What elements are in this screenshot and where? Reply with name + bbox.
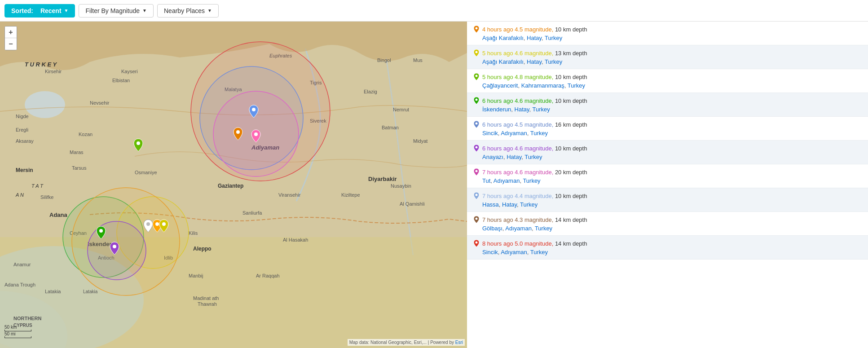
map-scale: 50 km 50 mi: [4, 325, 31, 338]
quake-item: 6 hours ago 4.6 magnitude, 10 km depth İ…: [467, 93, 868, 117]
quake-region-link[interactable]: Hatay: [527, 58, 542, 65]
nearby-places-label: Nearby Places: [164, 7, 205, 14]
quake-city-link[interactable]: Gölbaşı: [482, 225, 502, 232]
quake-depth: 14 km depth: [553, 216, 587, 223]
quake-region-link[interactable]: Hatay: [527, 35, 542, 41]
svg-text:Kiziltepe: Kiziltepe: [341, 192, 360, 198]
svg-point-73: [476, 27, 478, 30]
quake-city-link[interactable]: Tut: [482, 177, 490, 184]
quake-separator2: ,: [542, 58, 545, 65]
quake-region-link[interactable]: Hatay: [515, 106, 529, 113]
zoom-in-button[interactable]: +: [5, 26, 17, 38]
quake-time-magnitude-link[interactable]: 6 hours ago 4.6 magnitude,: [482, 145, 553, 152]
quake-item: 7 hours ago 4.6 magnitude, 20 km depth T…: [467, 164, 868, 188]
quake-header: 5 hours ago 4.8 magnitude, 10 km depth: [473, 73, 862, 81]
quake-time-magnitude-link[interactable]: 7 hours ago 4.3 magnitude,: [482, 216, 553, 223]
quake-item: 7 hours ago 4.4 magnitude, 10 km depth H…: [467, 188, 868, 212]
map-container[interactable]: T U R K E Y T A T A N Diyarbakir Gaziant…: [0, 22, 467, 348]
quake-city-link[interactable]: İskenderun: [482, 106, 511, 113]
svg-text:Kayseri: Kayseri: [121, 69, 138, 74]
quake-header: 7 hours ago 4.3 magnitude, 14 km depth: [473, 216, 862, 224]
quake-country-link[interactable]: Turkey: [535, 225, 552, 232]
svg-text:Gaziantep: Gaziantep: [218, 183, 243, 189]
nearby-places-button[interactable]: Nearby Places ▼: [157, 4, 219, 18]
svg-point-80: [476, 194, 478, 196]
quake-item: 5 hours ago 4.8 magnitude, 10 km depth Ç…: [467, 69, 868, 93]
quake-separator2: ,: [529, 106, 533, 113]
quake-city-link[interactable]: Sincik: [482, 249, 498, 255]
quake-time-magnitude-link[interactable]: 5 hours ago 4.8 magnitude,: [482, 74, 553, 80]
quake-country-link[interactable]: Turkey: [530, 249, 548, 255]
quake-location: Gölbaşı, Adıyaman, Turkey: [482, 225, 862, 232]
filter-caret-icon: ▼: [142, 8, 147, 13]
quake-country-link[interactable]: Turkey: [520, 201, 538, 208]
quake-region-link[interactable]: Adıyaman: [501, 249, 527, 255]
quake-depth: 10 km depth: [553, 97, 587, 104]
quake-time-magnitude-link[interactable]: 6 hours ago 4.5 magnitude,: [482, 121, 553, 128]
quake-country-link[interactable]: Turkey: [568, 82, 585, 89]
quake-location: Sincik, Adıyaman, Turkey: [482, 249, 862, 255]
quake-city-link[interactable]: Sincik: [482, 130, 498, 137]
svg-point-71: [162, 222, 166, 226]
quake-header: 4 hours ago 4.5 magnitude, 10 km depth: [473, 25, 862, 33]
quake-country-link[interactable]: Turkey: [530, 130, 548, 137]
filter-magnitude-button[interactable]: Filter By Magnitude ▼: [79, 4, 154, 18]
quake-depth: 10 km depth: [553, 74, 587, 80]
quake-time-magnitude-link[interactable]: 8 hours ago 5.0 magnitude,: [482, 240, 553, 247]
quake-city-link[interactable]: Aşağı Karafakılı: [482, 35, 524, 41]
quake-region-link[interactable]: Adıyaman: [501, 130, 527, 137]
quake-city-link[interactable]: Aşağı Karafakılı: [482, 58, 524, 65]
zoom-out-button[interactable]: −: [5, 38, 17, 50]
quake-time-magnitude-link[interactable]: 5 hours ago 4.6 magnitude,: [482, 50, 553, 57]
svg-text:Aleppo: Aleppo: [193, 246, 211, 252]
pin-icon: [473, 120, 480, 128]
quake-time-magnitude-link[interactable]: 6 hours ago 4.6 magnitude,: [482, 97, 553, 104]
scale-km-label: 50 km: [4, 325, 31, 330]
quake-city-link[interactable]: Çağlayancerit: [482, 82, 518, 89]
quake-country-link[interactable]: Turkey: [523, 177, 540, 184]
sorted-button[interactable]: Sorted: Recent ▼: [4, 4, 75, 18]
scale-mi-label: 50 mi: [4, 331, 31, 336]
svg-text:Silifke: Silifke: [40, 194, 53, 200]
pin-icon: [473, 25, 480, 33]
svg-text:Kirsehir: Kirsehir: [45, 69, 62, 74]
attribution-text: Map data: National Geographic, Esri,... …: [349, 340, 455, 345]
quake-time-magnitude-link[interactable]: 7 hours ago 4.4 magnitude,: [482, 193, 553, 199]
esri-link[interactable]: Esri: [455, 340, 463, 345]
quake-country-link[interactable]: Turkey: [533, 106, 550, 113]
quake-depth: 10 km depth: [553, 145, 587, 152]
quake-location: Tut, Adıyaman, Turkey: [482, 177, 862, 184]
svg-point-79: [476, 170, 478, 172]
svg-text:Al Qamishli: Al Qamishli: [400, 201, 425, 207]
svg-text:Thawrah: Thawrah: [198, 301, 217, 307]
svg-text:Mersin: Mersin: [16, 167, 33, 173]
svg-text:Madinat ath: Madinat ath: [193, 295, 219, 301]
quake-city-link[interactable]: Anayazı: [482, 154, 503, 160]
quake-country-link[interactable]: Turkey: [524, 154, 542, 160]
svg-point-64: [252, 108, 256, 111]
quake-region-link[interactable]: Hatay: [502, 201, 517, 208]
quake-city-link[interactable]: Hassa: [482, 201, 499, 208]
quake-header: 5 hours ago 4.6 magnitude, 13 km depth: [473, 49, 862, 57]
quake-region-link[interactable]: Adıyaman: [505, 225, 532, 232]
quake-region-link[interactable]: Kahramanmaraş: [521, 82, 564, 89]
svg-text:Nusaybin: Nusaybin: [391, 183, 411, 189]
svg-text:Latakia: Latakia: [83, 289, 98, 294]
quake-time-magnitude-link[interactable]: 4 hours ago 4.5 magnitude,: [482, 26, 553, 33]
quake-separator2: ,: [532, 225, 535, 232]
svg-text:Adana: Adana: [49, 211, 68, 218]
quake-region-link[interactable]: Adıyaman: [493, 177, 520, 184]
quake-time-magnitude-link[interactable]: 7 hours ago 4.6 magnitude,: [482, 169, 553, 176]
svg-point-82: [476, 242, 478, 244]
quake-country-link[interactable]: Turkey: [545, 35, 562, 41]
quake-country-link[interactable]: Turkey: [545, 58, 562, 65]
toolbar: Sorted: Recent ▼ Filter By Magnitude ▼ N…: [0, 0, 868, 22]
quake-separator2: ,: [542, 35, 545, 41]
main-content: T U R K E Y T A T A N Diyarbakir Gaziant…: [0, 22, 868, 348]
quake-depth: 13 km depth: [553, 50, 587, 57]
quake-separator: ,: [524, 35, 527, 41]
svg-text:Nevsehir: Nevsehir: [90, 100, 110, 106]
quake-region-link[interactable]: Hatay: [507, 154, 521, 160]
quake-location: Çağlayancerit, Kahramanmaraş, Turkey: [482, 82, 862, 89]
svg-text:Bingol: Bingol: [377, 57, 391, 63]
